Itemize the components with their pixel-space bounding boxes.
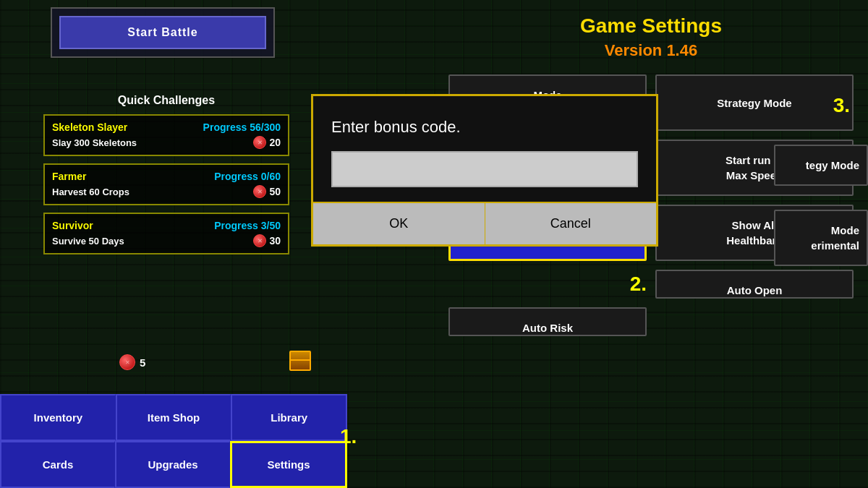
library-button[interactable]: Library [231,394,347,441]
start-battle-container: Start Battle [51,7,275,58]
bonus-code-input[interactable] [331,151,638,187]
quick-challenges-title: Quick Challenges [43,94,289,107]
challenge-2-progress: Progress 0/60 [214,171,281,182]
challenge-2-name: Farmer [52,171,86,182]
cards-button[interactable]: Cards [0,441,115,488]
challenge-1-name: Skeleton Slayer [52,121,127,133]
challenge-card-2: Farmer Progress 0/60 Harvest 60 Crops 50 [43,163,289,205]
mode-experimental-button-2[interactable]: Modeerimental [774,210,868,266]
challenge-1-desc: Slay 300 Skeletons [52,137,137,148]
strategy-mode-container: tegy Mode [774,145,868,186]
dialog-ok-button[interactable]: OK [313,203,485,244]
challenge-1-reward: 20 [253,136,281,149]
annotation-3: 3. [833,94,850,117]
nav-row-1: Inventory Item Shop Library [0,394,347,441]
auto-open-button[interactable]: Auto Open [655,270,854,299]
player-gem-icon [119,354,135,370]
quick-challenges-panel: Quick Challenges Skeleton Slayer Progres… [43,94,289,262]
settings-version: Version 1.46 [448,41,854,60]
strategy-mode-button[interactable]: Strategy Mode [655,74,854,131]
gem-icon-3 [253,234,266,247]
chest-container [289,351,311,374]
challenge-card-1: Skeleton Slayer Progress 56/300 Slay 300… [43,114,289,156]
bonus-code-dialog: Enter bonus code. OK Cancel [311,94,658,247]
settings-button[interactable]: Settings [230,441,347,488]
dialog-body: Enter bonus code. [313,96,656,202]
challenge-3-name: Survivor [52,220,93,231]
challenge-3-desc: Survive 50 Days [52,236,124,247]
upgrades-button[interactable]: Upgrades [115,441,230,488]
challenge-1-progress: Progress 56/300 [203,121,281,133]
strategy-mode-button-2[interactable]: tegy Mode [774,145,868,186]
auto-risk-button[interactable]: Auto Risk [448,307,647,336]
challenge-2-desc: Harvest 60 Crops [52,187,129,197]
challenge-3-reward: 30 [253,234,281,247]
settings-title: Game Settings [448,14,854,38]
player-stats: 5 [119,354,145,370]
inventory-button[interactable]: Inventory [0,394,116,441]
challenge-3-progress: Progress 3/50 [214,220,281,231]
nav-row-2: Cards Upgrades Settings [0,441,347,488]
challenge-2-reward: 50 [253,185,281,198]
dialog-buttons: OK Cancel [313,202,656,244]
gem-icon-1 [253,136,266,149]
annotation-2-container: 2. [448,270,647,299]
dialog-title: Enter bonus code. [331,118,638,137]
player-gem-count: 5 [140,356,145,369]
item-shop-button[interactable]: Item Shop [116,394,231,441]
start-battle-button[interactable]: Start Battle [59,16,266,49]
annotation-1: 1. [340,425,357,448]
chest-icon [289,351,311,371]
challenge-card-3: Survivor Progress 3/50 Survive 50 Days 3… [43,213,289,254]
dialog-cancel-button[interactable]: Cancel [485,203,657,244]
gem-icon-2 [253,185,266,198]
annotation-2: 2. [630,273,647,296]
mode-experimental-container: Modeerimental [774,210,868,266]
